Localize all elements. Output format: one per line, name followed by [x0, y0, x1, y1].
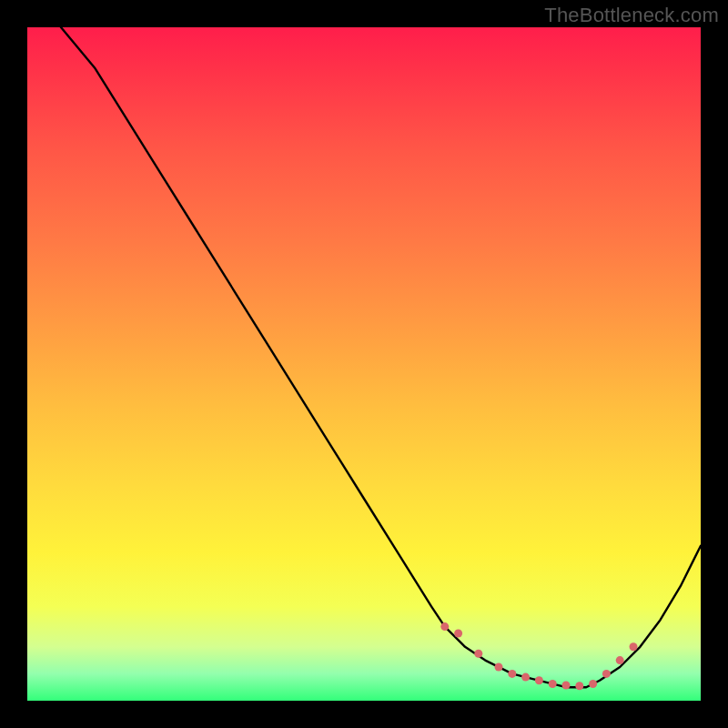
chart-plot-area [27, 27, 701, 701]
highlight-marker-dot [589, 680, 597, 688]
attribution-text: TheBottleneck.com [544, 4, 719, 27]
highlight-marker-dot [562, 682, 571, 690]
highlight-marker-dot [602, 670, 611, 678]
highlight-marker-dot [535, 676, 543, 684]
highlight-marker-dot [495, 663, 503, 672]
highlight-marker-dot [454, 630, 462, 638]
bottleneck-curve-line [61, 27, 701, 687]
chart-stage: TheBottleneck.com [0, 0, 728, 728]
highlight-marker-dot [508, 670, 516, 678]
highlight-marker-dot [630, 642, 638, 651]
highlight-marker-dot [575, 682, 583, 690]
highlight-marker-dot [474, 650, 482, 658]
highlight-marker-dot [616, 656, 624, 664]
highlight-marker-group [440, 622, 637, 690]
highlight-marker-dot [440, 622, 449, 631]
highlight-marker-dot [521, 673, 530, 682]
highlight-marker-dot [549, 680, 557, 688]
chart-svg [27, 27, 701, 701]
